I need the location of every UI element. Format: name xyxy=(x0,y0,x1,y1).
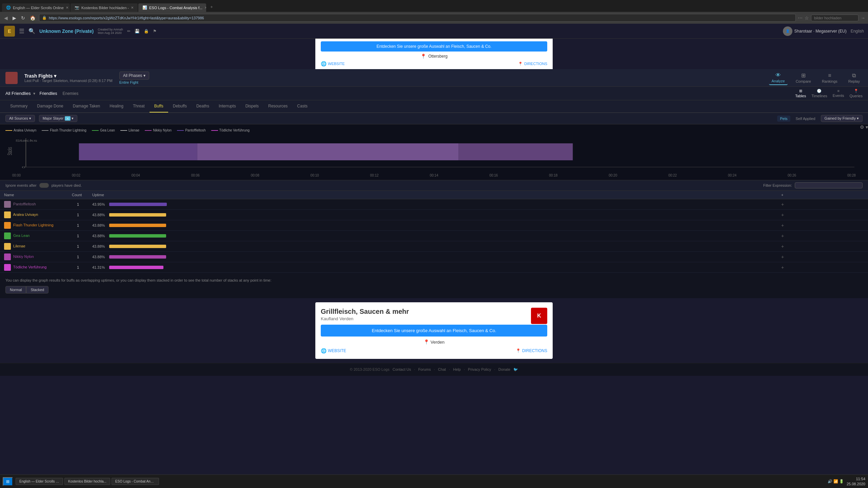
tab2-close[interactable]: ✕ xyxy=(131,6,134,9)
tab-casts[interactable]: Casts xyxy=(292,100,312,113)
add-row-btn[interactable]: + xyxy=(781,202,784,207)
enemies-tab[interactable]: Enemies xyxy=(61,91,80,96)
tab-resources[interactable]: Resources xyxy=(263,100,292,113)
phase-label: All Phases xyxy=(123,73,142,78)
browser-tab-3[interactable]: 📊 ESO Logs - Combat Analysis f... ✕ xyxy=(138,3,206,12)
normal-mode-button[interactable]: Normal xyxy=(5,286,26,293)
all-sources-button[interactable]: All Sources ▾ xyxy=(5,115,35,122)
tab-damage-done[interactable]: Damage Done xyxy=(32,100,68,113)
replay-button[interactable]: ⧉ Replay xyxy=(846,71,863,85)
all-friendlies-button[interactable]: All Friendlies xyxy=(5,91,31,96)
analyze-button[interactable]: 👁 Analyze xyxy=(769,71,788,85)
player-icon xyxy=(4,232,11,239)
browser-tab-1[interactable]: 🌐 English — Elder Scrolls Online ✕ xyxy=(2,3,70,12)
self-applied-tab[interactable]: Self Applied xyxy=(793,116,818,122)
language-selector[interactable]: English xyxy=(851,29,864,34)
tab-buffs[interactable]: Buffs xyxy=(150,100,168,113)
footer-forums[interactable]: Forums xyxy=(418,367,431,371)
tables-button[interactable]: ⊞ Tables xyxy=(795,89,806,98)
ad-container: K Grillfleisch, Saucen & mehr Kaufland V… xyxy=(315,302,553,359)
search-nav-icon[interactable]: 🔍 xyxy=(28,28,35,34)
search-go-icon[interactable]: → xyxy=(861,15,865,21)
tab-deaths[interactable]: Deaths xyxy=(192,100,214,113)
friendlies-tab[interactable]: Friendlies xyxy=(38,91,58,96)
lock-nav-icon[interactable]: 🔒 xyxy=(144,29,149,34)
footer-help[interactable]: Help xyxy=(453,367,461,371)
phase-button[interactable]: All Phases ▾ xyxy=(119,72,149,80)
save-icon[interactable]: 💾 xyxy=(135,29,140,34)
search-input[interactable] xyxy=(811,15,859,21)
player-name[interactable]: Lilenae xyxy=(13,244,25,248)
tab-interrupts[interactable]: Interrupts xyxy=(214,100,241,113)
add-row-btn[interactable]: + xyxy=(781,254,784,260)
tab-healing[interactable]: Healing xyxy=(105,100,128,113)
footer-contact[interactable]: Contact Us xyxy=(393,367,411,371)
filter-expr-input[interactable] xyxy=(795,182,863,188)
tab1-favicon: 🌐 xyxy=(6,5,11,10)
bookmark-icon[interactable]: ☆ xyxy=(805,15,809,21)
legend-pantoff: Pantoffleltosh xyxy=(177,128,205,132)
tab-damage-taken[interactable]: Damage Taken xyxy=(68,100,105,113)
ad-directions-top[interactable]: 📍 DIRECTIONS xyxy=(518,61,547,66)
twitter-icon[interactable]: 🐦 xyxy=(513,367,518,371)
legend-dot-gea xyxy=(92,130,99,131)
add-row-btn[interactable]: + xyxy=(781,212,784,218)
tab3-close[interactable]: ✕ xyxy=(204,6,206,9)
col-header-name: Name xyxy=(0,191,68,199)
ad-website-button[interactable]: 🌐 WEBSITE xyxy=(321,348,346,353)
new-tab-button[interactable]: ＋ xyxy=(207,2,216,12)
address-bar[interactable]: 🔒 https://www.esologs.com/reports/x2gWzZ… xyxy=(39,14,796,22)
uptime-bar-container: 43.88% xyxy=(92,255,773,259)
ignore-toggle[interactable] xyxy=(39,183,49,188)
extensions-icon[interactable]: ⋯ xyxy=(798,15,803,21)
add-row-icon[interactable]: + xyxy=(781,193,783,197)
hamburger-icon[interactable]: ☰ xyxy=(19,27,24,35)
player-icon xyxy=(4,201,11,208)
add-row-btn[interactable]: + xyxy=(781,233,784,239)
flag-icon[interactable]: ⚑ xyxy=(153,29,157,34)
rankings-button[interactable]: ≡ Rankings xyxy=(819,71,840,85)
tab1-close[interactable]: ✕ xyxy=(66,6,68,9)
compare-button[interactable]: ⊞ Compare xyxy=(793,71,814,85)
ad-cta-button[interactable]: Entdecken Sie unsere große Auswahl an Fl… xyxy=(321,325,547,337)
gained-by-friendly-button[interactable]: Gained by Friendly ▾ xyxy=(821,115,863,122)
uptime-cell: 43.88% xyxy=(88,252,777,262)
major-slayer-button[interactable]: Major Slayer ⚔ ▾ xyxy=(39,115,77,122)
player-name[interactable]: Gea Lean xyxy=(13,233,29,238)
player-name[interactable]: Pantoffleltosh xyxy=(13,202,36,206)
tab-threat[interactable]: Threat xyxy=(128,100,150,113)
reload-button[interactable]: ↻ xyxy=(20,15,26,21)
forward-button[interactable]: ▶ xyxy=(11,15,18,21)
browser-tab-2[interactable]: 📷 Kostenlos Bilder hochladen - ✕ xyxy=(71,3,138,12)
queries-button[interactable]: 📍 Queries xyxy=(849,89,863,98)
footer-privacy[interactable]: Privacy Policy xyxy=(468,367,491,371)
player-name[interactable]: Tödliche Verführung xyxy=(13,265,46,269)
ad-directions-button[interactable]: 📍 DIRECTIONS xyxy=(516,348,547,353)
chart-settings-button[interactable]: ⚙ ▾ xyxy=(860,124,868,130)
timelines-button[interactable]: 🕐 Timelines xyxy=(811,89,827,98)
uptime-bar-container: 43.88% xyxy=(92,213,773,217)
add-row-btn[interactable]: + xyxy=(781,265,784,270)
back-button[interactable]: ◀ xyxy=(3,15,9,21)
player-name[interactable]: Nikkiy Nylon xyxy=(13,255,34,259)
tab-summary[interactable]: Summary xyxy=(5,100,32,113)
count-cell: 1 xyxy=(68,262,88,273)
ad-website-top[interactable]: 🌐 WEBSITE xyxy=(321,61,345,66)
player-name[interactable]: Aralea Uvivayn xyxy=(13,212,38,217)
tab-dispels[interactable]: Dispels xyxy=(241,100,263,113)
table-row: Tödliche Verführung 1 41.31% + xyxy=(0,262,868,273)
chart-x-axis: 00:00 00:02 00:04 00:06 00:08 00:10 00:1… xyxy=(5,174,863,177)
home-button[interactable]: 🏠 xyxy=(28,15,37,21)
tab-debuffs[interactable]: Debuffs xyxy=(168,100,192,113)
footer-donate[interactable]: Donate xyxy=(498,367,510,371)
events-button[interactable]: ≡ Events xyxy=(833,89,844,98)
fight-name[interactable]: Trash Fights ▾ xyxy=(24,73,113,79)
uptime-cell: 43.88% xyxy=(88,220,777,231)
footer-chat[interactable]: Chat xyxy=(438,367,446,371)
stacked-mode-button[interactable]: Stacked xyxy=(26,286,48,293)
player-name[interactable]: Flash Thunder Lightning xyxy=(13,223,53,227)
edit-icon[interactable]: ✏ xyxy=(127,29,131,34)
pets-tab[interactable]: Pets xyxy=(777,116,790,122)
add-row-btn[interactable]: + xyxy=(781,244,784,249)
add-row-btn[interactable]: + xyxy=(781,223,784,228)
